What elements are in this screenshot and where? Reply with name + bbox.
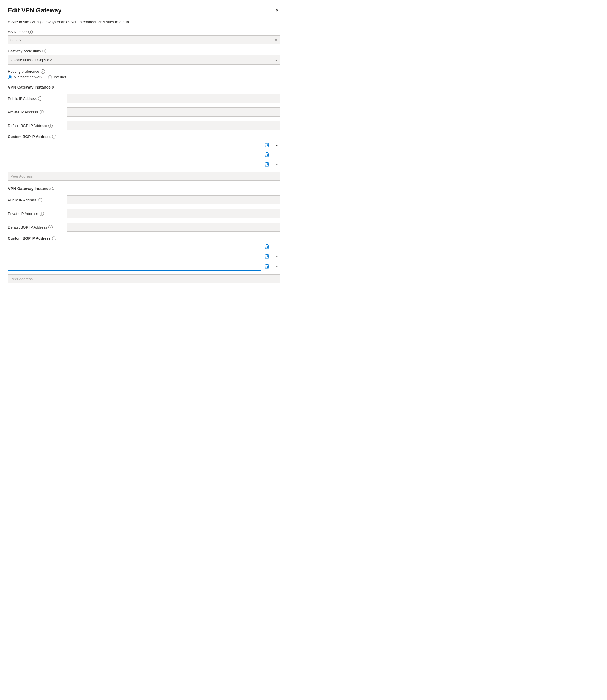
instance0-default-bgp-input[interactable]	[67, 121, 280, 130]
svg-line-3	[266, 154, 266, 156]
gateway-scale-select[interactable]: 2 scale units - 1 Gbps x 2	[8, 55, 280, 65]
svg-line-15	[266, 266, 266, 268]
instance1-custom-bgp-info-icon[interactable]: i	[52, 236, 56, 241]
instance0-default-bgp-label: Default BGP IP Address i	[8, 124, 64, 128]
svg-line-2	[268, 144, 268, 146]
instance1-bgp-delete-icon-2[interactable]	[263, 252, 271, 260]
gateway-scale-label: Gateway scale units i	[8, 49, 280, 53]
instance1-bgp-delete-icon-3[interactable]	[263, 263, 271, 270]
instance0-bgp-item-row-2: ···	[8, 151, 280, 159]
instance0-bgp-more-icon-1[interactable]: ···	[273, 141, 280, 149]
instance0-custom-bgp-label: Custom BGP IP Address	[8, 135, 50, 139]
instance1-private-ip-label: Private IP Address i	[8, 211, 64, 216]
as-number-label: AS Number i	[8, 30, 280, 34]
routing-preference-radio-group: Microsoft network Internet	[8, 75, 280, 79]
instance0-private-ip-input[interactable]	[67, 107, 280, 117]
panel-description: A Site to site (VPN gateway) enables you…	[8, 20, 280, 24]
instance1-bgp-item-row-3-active: ···	[8, 262, 280, 271]
instance1-private-ip-info-icon[interactable]: i	[40, 211, 44, 216]
gateway-scale-info-icon[interactable]: i	[42, 49, 46, 53]
radio-internet[interactable]: Internet	[48, 75, 66, 79]
svg-line-5	[268, 154, 268, 156]
instance1-bgp-more-icon-3[interactable]: ···	[273, 263, 280, 270]
instance0-title: VPN Gateway Instance 0	[8, 85, 280, 89]
instance1-public-ip-label: Public IP Address i	[8, 198, 64, 202]
instance1-bgp-more-icon-2[interactable]: ···	[273, 252, 280, 260]
instance1-private-ip-row: Private IP Address i	[8, 209, 280, 218]
instance0-private-ip-info-icon[interactable]: i	[40, 110, 44, 114]
instance1-bgp-item-row-2: ···	[8, 252, 280, 260]
routing-preference-field-group: Routing preference i Microsoft network I…	[8, 69, 280, 79]
instance1-default-bgp-info-icon[interactable]: i	[48, 225, 53, 229]
as-number-row: ⧉	[8, 35, 280, 44]
panel-header: Edit VPN Gateway ×	[8, 7, 280, 14]
routing-preference-label: Routing preference i	[8, 69, 280, 74]
instance0-bgp-item-row-1: ···	[8, 141, 280, 149]
instance0-public-ip-label: Public IP Address i	[8, 97, 64, 101]
close-button[interactable]: ×	[274, 7, 280, 14]
instance1-custom-bgp-row: Custom BGP IP Address i	[8, 236, 280, 241]
gateway-scale-field-group: Gateway scale units i 2 scale units - 1 …	[8, 49, 280, 65]
instance0-bgp-delete-icon-2[interactable]	[263, 151, 271, 159]
as-number-input[interactable]	[8, 35, 271, 44]
instance0-bgp-more-icon-3[interactable]: ···	[273, 160, 280, 168]
instance0-custom-bgp-info-icon[interactable]: i	[52, 135, 56, 139]
instance1-public-ip-input[interactable]	[67, 195, 280, 205]
instance0-public-ip-input[interactable]	[67, 94, 280, 103]
instance1-default-bgp-label: Default BGP IP Address i	[8, 225, 64, 229]
as-number-info-icon[interactable]: i	[28, 30, 33, 34]
copy-button[interactable]: ⧉	[271, 35, 280, 44]
svg-line-14	[268, 255, 268, 258]
instance1-title: VPN Gateway Instance 1	[8, 186, 280, 191]
instance1-public-ip-info-icon[interactable]: i	[38, 198, 42, 202]
svg-line-8	[268, 163, 268, 165]
instance1-bgp-active-input[interactable]	[8, 262, 261, 271]
radio-microsoft-network[interactable]: Microsoft network	[8, 75, 42, 79]
svg-line-9	[266, 246, 266, 248]
instance0-custom-bgp-row: Custom BGP IP Address i	[8, 135, 280, 139]
instance0-default-bgp-row: Default BGP IP Address i	[8, 121, 280, 130]
gateway-scale-select-wrapper: 2 scale units - 1 Gbps x 2 ⌄	[8, 55, 280, 65]
instance0-public-ip-row: Public IP Address i	[8, 94, 280, 103]
instance1-peer-address-input[interactable]	[8, 274, 280, 283]
instance1-default-bgp-row: Default BGP IP Address i	[8, 223, 280, 232]
as-number-field-group: AS Number i ⧉	[8, 30, 280, 44]
instance1-default-bgp-input[interactable]	[67, 223, 280, 232]
edit-vpn-gateway-panel: Edit VPN Gateway × A Site to site (VPN g…	[0, 0, 288, 290]
instance1-bgp-more-icon-1[interactable]: ···	[273, 243, 280, 251]
instance1-private-ip-input[interactable]	[67, 209, 280, 218]
instance1-custom-bgp-label: Custom BGP IP Address	[8, 236, 50, 241]
instance0-private-ip-label: Private IP Address i	[8, 110, 64, 114]
instance0-bgp-item-row-3: ···	[8, 160, 280, 168]
svg-line-11	[268, 246, 268, 248]
svg-line-6	[266, 163, 266, 165]
instance1-public-ip-row: Public IP Address i	[8, 195, 280, 205]
instance0-bgp-more-icon-2[interactable]: ···	[273, 151, 280, 159]
svg-line-17	[268, 266, 268, 268]
routing-preference-info-icon[interactable]: i	[41, 69, 45, 74]
panel-title: Edit VPN Gateway	[8, 7, 62, 14]
instance0-bgp-delete-icon-3[interactable]	[263, 160, 271, 168]
instance0-public-ip-info-icon[interactable]: i	[38, 97, 42, 101]
instance0-peer-address-input[interactable]	[8, 172, 280, 181]
svg-line-0	[266, 144, 266, 146]
svg-line-12	[266, 255, 266, 258]
instance1-bgp-item-row-1: ···	[8, 243, 280, 251]
instance0-private-ip-row: Private IP Address i	[8, 107, 280, 117]
instance0-default-bgp-info-icon[interactable]: i	[48, 124, 53, 128]
instance1-bgp-delete-icon-1[interactable]	[263, 243, 271, 251]
instance0-bgp-delete-icon-1[interactable]	[263, 141, 271, 149]
